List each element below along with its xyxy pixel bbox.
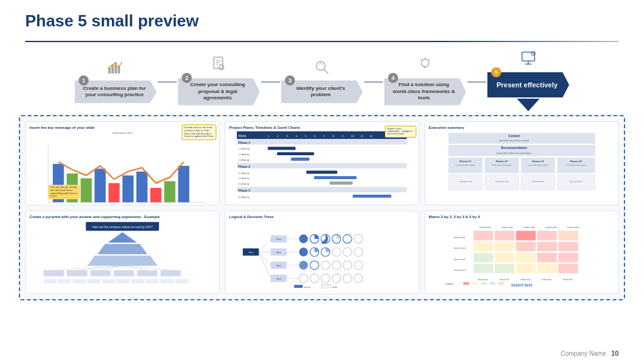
svg-rect-189 <box>474 253 493 262</box>
header: Phase 5 small preview <box>0 0 644 37</box>
svg-text:10: 10 <box>352 134 355 138</box>
svg-rect-121 <box>160 279 174 283</box>
svg-text:Insert text: Insert text <box>521 278 530 281</box>
svg-rect-57 <box>291 158 309 161</box>
svg-point-157 <box>343 260 352 269</box>
svg-text:How can the company reduce its: How can the company reduce its cost by 1… <box>92 225 153 228</box>
svg-rect-61 <box>306 171 337 174</box>
svg-line-125 <box>259 239 271 252</box>
slide-5-content: Logical & Decision Trees Text Text Text <box>225 211 418 294</box>
slide-2-content: Project Plans, Timelines & Gantt Charts … <box>225 122 418 205</box>
svg-line-127 <box>259 252 271 265</box>
step-3-number: 3 <box>285 75 295 85</box>
step-4-label: Find a solution using world-class framew… <box>384 78 466 105</box>
svg-rect-206 <box>463 282 469 285</box>
svg-marker-99 <box>97 244 147 254</box>
svg-rect-183 <box>558 231 577 240</box>
svg-text:Recommendation: Recommendation <box>501 146 526 150</box>
svg-rect-187 <box>537 241 557 251</box>
svg-rect-118 <box>116 279 130 283</box>
connector-2 <box>261 81 280 83</box>
svg-point-153 <box>299 260 308 269</box>
svg-text:12: 12 <box>370 134 373 138</box>
svg-text:Phase 2: Phase 2 <box>238 165 250 168</box>
svg-rect-58 <box>237 163 407 168</box>
slide-2-card[interactable]: Project Plans, Timelines & Gantt Charts … <box>225 121 419 206</box>
slide-6-title: Matrix 2 by 2, 3 by 3 & 5 by 5 <box>429 215 614 219</box>
svg-text:Context: Context <box>508 134 520 138</box>
slide-1-bubble: You can also go directly into the Excel … <box>48 185 80 199</box>
slide-1-card[interactable]: Insert the key message of your slide Cas… <box>25 121 219 206</box>
svg-point-161 <box>321 273 330 282</box>
down-arrow <box>517 99 540 111</box>
svg-point-162 <box>332 273 341 282</box>
svg-text:insert your text: insert your text <box>531 180 544 183</box>
svg-rect-181 <box>516 231 535 240</box>
svg-text:Reason #4: Reason #4 <box>570 160 582 163</box>
svg-text:11: 11 <box>360 134 364 138</box>
step-1-arrow: 1 Create a business plan for your consul… <box>75 80 157 103</box>
svg-rect-18 <box>522 52 535 61</box>
svg-text:Phase 1: Phase 1 <box>238 141 250 145</box>
footer-page: 10 <box>611 349 619 357</box>
svg-rect-184 <box>474 241 493 251</box>
svg-rect-1 <box>111 65 114 74</box>
slide-6-card[interactable]: Matrix 2 by 2, 3 by 3 & 5 by 5 Insert te… <box>425 211 619 295</box>
svg-text:2.2 Activity: 2.2 Activity <box>238 177 250 180</box>
svg-text:Caption: Caption <box>445 282 453 285</box>
svg-rect-179 <box>474 231 493 240</box>
svg-rect-63 <box>314 176 357 179</box>
svg-text:Insert title of the reason: Insert title of the reason <box>528 164 548 167</box>
svg-rect-198 <box>558 263 577 273</box>
step-4: 4 Find a solution using world-class fram… <box>384 53 466 105</box>
svg-rect-192 <box>537 253 557 262</box>
step-5-arrow: 5 Present effectively <box>487 72 569 97</box>
svg-line-111 <box>123 266 148 270</box>
pyramid-svg: How can the company reduce its cost by 1… <box>30 221 215 290</box>
svg-text:Insert text: Insert text <box>478 278 487 281</box>
svg-point-152 <box>354 248 363 256</box>
svg-point-147 <box>299 248 308 256</box>
svg-text:3.1 Activity: 3.1 Activity <box>238 196 250 199</box>
svg-text:Reason #1: Reason #1 <box>460 160 471 163</box>
step-3-icon-area <box>313 55 331 79</box>
slide-3-card[interactable]: Executive summary Context Insert the key… <box>425 121 619 206</box>
svg-point-146 <box>354 234 363 243</box>
svg-rect-195 <box>494 263 514 273</box>
step-2-arrow: 2 Create your consulting proposal & lega… <box>178 78 260 105</box>
svg-point-156 <box>332 260 341 269</box>
page-title: Phase 5 small preview <box>25 11 619 31</box>
svg-rect-116 <box>87 279 101 283</box>
svg-rect-115 <box>73 279 86 283</box>
slide-5-card[interactable]: Logical & Decision Trees Text Text Text <box>225 211 419 295</box>
svg-text:1.2 Activity: 1.2 Activity <box>238 153 250 156</box>
svg-rect-182 <box>537 231 557 240</box>
svg-text:Insert title of the reason: Insert title of the reason <box>565 164 586 167</box>
preview-area: Insert the key message of your slide Cas… <box>19 115 625 300</box>
svg-rect-50 <box>237 139 407 145</box>
svg-rect-53 <box>268 147 296 150</box>
footer-company: Company Name <box>560 350 606 357</box>
svg-text:2.3 Activity: 2.3 Activity <box>238 183 250 185</box>
svg-text:2.1 Activity: 2.1 Activity <box>238 172 250 175</box>
svg-rect-55 <box>277 152 314 155</box>
step-2-label: Create your consulting proposal & legal … <box>178 78 260 105</box>
svg-text:Insert text: Insert text <box>563 278 572 281</box>
svg-text:insert your text: insert your text <box>569 180 582 183</box>
svg-text:Insert title of the reason: Insert title of the reason <box>491 164 511 167</box>
svg-rect-117 <box>102 279 115 283</box>
svg-text:Phase 3: Phase 3 <box>238 189 250 192</box>
step-1: 1 Create a business plan for your consul… <box>75 55 157 103</box>
svg-point-164 <box>354 273 363 282</box>
document-icon: ? <box>210 56 228 74</box>
svg-rect-190 <box>494 253 514 262</box>
svg-rect-69 <box>353 195 391 198</box>
slide-4-card[interactable]: Create a pyramid with your answer and su… <box>25 211 219 295</box>
steps-container: 1 Create a business plan for your consul… <box>19 47 625 111</box>
svg-text:Insert title of the recommenda: Insert title of the recommendation <box>497 152 531 155</box>
svg-point-141 <box>299 234 308 243</box>
slide-3-content: Executive summary Context Insert the key… <box>425 122 618 205</box>
step-3: 3 Identify your client's problem <box>281 55 363 103</box>
svg-text:Insert text: Insert text <box>499 278 509 281</box>
svg-rect-104 <box>114 270 135 276</box>
